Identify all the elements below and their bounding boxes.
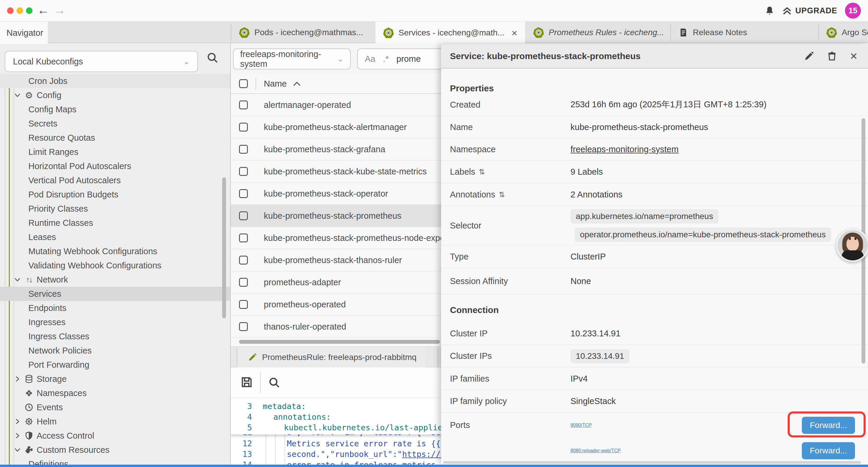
sidebar-item-services[interactable]: Services (0, 287, 230, 301)
delete-trash-icon[interactable] (827, 51, 837, 61)
sidebar-item-config-maps[interactable]: Config Maps (0, 102, 230, 116)
sidebar-item-limit-ranges[interactable]: Limit Ranges (0, 145, 230, 159)
sort-toggle-icon[interactable]: ⇅ (499, 191, 505, 199)
sidebar-item-horizontal-pod-autoscalers[interactable]: Horizontal Pod Autoscalers (0, 159, 230, 173)
sidebar-item-mutating-webhook-configurations[interactable]: Mutating Webhook Configurations (0, 244, 230, 258)
table-row[interactable]: kube-prometheus-stack-kube-state-metrics (231, 160, 441, 183)
sidebar-item-vertical-pod-autoscalers[interactable]: Vertical Pod Autoscalers (0, 173, 230, 187)
sidebar-group-config[interactable]: ⚙ Config (0, 88, 230, 102)
sidebar-item-resource-quotas[interactable]: Resource Quotas (0, 130, 230, 145)
sidebar-scrollbar[interactable] (222, 177, 226, 318)
sidebar-item-pod-disruption-budgets[interactable]: Pod Disruption Budgets (0, 187, 230, 202)
forward-button[interactable]: Forward... (802, 417, 855, 434)
sidebar-item-leases[interactable]: Leases (0, 230, 230, 244)
forward-button[interactable]: Forward... (802, 442, 855, 459)
sidebar-item-priority-classes[interactable]: Priority Classes (0, 202, 230, 216)
tab-pods[interactable]: Pods - icecheng@mathmas... (231, 22, 375, 43)
code-link[interactable]: https://net (402, 449, 441, 459)
port-link-9090[interactable]: 9090/TCP (570, 423, 592, 428)
ip-family-policy-row: IP family policy SingleStack (441, 390, 868, 413)
table-row[interactable]: kube-prometheus-stack-grafana (231, 138, 441, 160)
sidebar-item-port-forwarding[interactable]: Port Forwarding (0, 358, 230, 372)
tab-editor-partial[interactable] (438, 347, 441, 368)
tab-close-icon[interactable]: × (512, 27, 517, 39)
row-checkbox[interactable] (239, 256, 248, 265)
sidebar-item-cron-jobs[interactable]: Cron Jobs (0, 74, 230, 88)
notifications-bell-icon[interactable] (765, 6, 775, 16)
sidebar-item-definitions[interactable]: Definitions (0, 457, 230, 465)
sidebar-item-network-policies[interactable]: Network Policies (0, 344, 230, 358)
sidebar-item-endpoints[interactable]: Endpoints (0, 301, 230, 315)
namespace-select[interactable]: freeleaps-monitoring-system ⌄ (233, 49, 351, 69)
sidebar-group-helm[interactable]: Helm (0, 414, 230, 429)
row-checkbox[interactable] (239, 145, 248, 154)
sidebar-group-storage[interactable]: Storage (0, 372, 230, 386)
search-icon[interactable] (206, 52, 219, 64)
row-checkbox[interactable] (239, 233, 248, 242)
match-case-icon[interactable]: Aa (365, 54, 375, 64)
edit-pencil-icon[interactable] (804, 51, 814, 61)
sort-toggle-icon[interactable]: ⇅ (478, 168, 485, 176)
upgrade-button[interactable]: UPGRADE (782, 6, 837, 16)
editor-search-icon[interactable] (268, 376, 280, 389)
traffic-light-close[interactable] (7, 7, 13, 14)
sidebar-item-ingresses[interactable]: Ingresses (0, 315, 230, 329)
sidebar-item-events[interactable]: Events (0, 400, 230, 414)
notification-count-badge[interactable]: 15 (845, 3, 861, 19)
kubeconfig-select[interactable]: Local Kubeconfigs ⌄ (5, 51, 198, 72)
row-checkbox[interactable] (239, 123, 248, 132)
table-row-selected[interactable]: kube-prometheus-stack-prometheus (231, 205, 441, 227)
table-row[interactable]: kube-prometheus-stack-alertmanager (231, 116, 441, 138)
row-checkbox[interactable] (239, 322, 248, 331)
sidebar-item-secrets[interactable]: Secrets (0, 116, 230, 130)
tab-navigator[interactable]: Navigator (0, 22, 48, 44)
namespace-link[interactable]: freeleaps-monitoring-system (570, 145, 679, 154)
select-all-checkbox[interactable] (239, 79, 248, 88)
port-link-8080[interactable]: 8080:reloader-web/TCP (570, 448, 621, 454)
traffic-light-maximize[interactable] (26, 7, 32, 14)
sort-ascending-icon[interactable] (293, 81, 301, 86)
sidebar-item-ingress-classes[interactable]: Ingress Classes (0, 329, 230, 344)
name-column-header[interactable]: Name (264, 79, 286, 89)
selector-chip[interactable]: operator.prometheus.io/name=kube-prometh… (575, 228, 831, 242)
sidebar-item-runtime-classes[interactable]: Runtime Classes (0, 216, 230, 230)
tab-prometheus-rules[interactable]: Prometheus Rules - icecheng... (526, 22, 670, 43)
table-row[interactable]: kube-prometheus-stack-operator (231, 183, 441, 205)
row-checkbox[interactable] (239, 167, 248, 176)
name-filter-input[interactable]: Aa .* prome (357, 49, 441, 69)
table-horizontal-scrollbar[interactable] (239, 340, 440, 344)
save-icon[interactable] (240, 376, 253, 389)
sidebar-group-custom-resources[interactable]: Custom Resources (0, 443, 230, 457)
sidebar-group-network[interactable]: ↑↓ Network (0, 272, 230, 287)
selector-chip[interactable]: app.kubernetes.io/name=prometheus (570, 209, 718, 224)
tab-services[interactable]: Services - icecheng@math... × (375, 22, 525, 44)
row-checkbox[interactable] (239, 189, 248, 198)
row-checkbox[interactable] (239, 211, 248, 220)
regex-icon[interactable]: .* (383, 54, 389, 64)
tab-argo[interactable]: Argo Se (819, 22, 868, 43)
table-row[interactable]: alertmanager-operated (231, 94, 441, 116)
tab-prometheusrule-editor[interactable]: PrometheusRule: freeleaps-prod-rabbitmq (237, 347, 426, 368)
row-checkbox[interactable] (239, 278, 248, 287)
table-row[interactable]: prometheus-operated (231, 293, 441, 316)
row-checkbox[interactable] (239, 100, 248, 109)
sidebar-group-access-control[interactable]: Access Control (0, 429, 230, 443)
yaml-editor[interactable]: 3metadata: 4annotations: 5kubectl.kubern… (231, 398, 441, 465)
forward-arrow-button[interactable]: → (54, 3, 66, 17)
tab-release-notes[interactable]: Release Notes (671, 22, 818, 43)
annotations-count[interactable]: 2 Annotations (570, 190, 622, 200)
row-checkbox[interactable] (239, 300, 248, 309)
table-row[interactable]: thanos-ruler-operated (231, 316, 441, 338)
sidebar-item-namespaces[interactable]: ❖ Namespaces (0, 386, 230, 400)
table-row[interactable]: prometheus-adapter (231, 271, 441, 293)
table-row[interactable]: kube-prometheus-stack-thanos-ruler (231, 249, 441, 271)
panel-horizontal-scrollbar[interactable] (443, 461, 861, 464)
sidebar-item-validating-webhook-configurations[interactable]: Validating Webhook Configurations (0, 258, 230, 272)
table-row[interactable]: kube-prometheus-stack-prometheus-node-ex… (231, 227, 441, 249)
cluster-ips-chip[interactable]: 10.233.14.91 (570, 349, 629, 363)
back-arrow-button[interactable]: ← (37, 3, 49, 17)
close-icon[interactable]: × (850, 50, 857, 62)
avatar[interactable] (836, 229, 868, 262)
labels-count[interactable]: 9 Labels (570, 167, 603, 177)
traffic-light-minimize[interactable] (17, 7, 23, 14)
